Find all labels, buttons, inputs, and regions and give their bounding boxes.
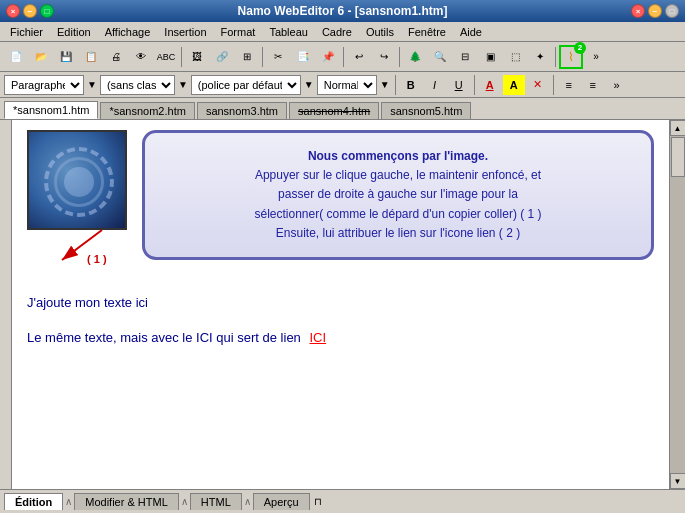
copy-button[interactable]: 📑: [291, 45, 315, 69]
info-line4: sélectionner( comme le dépard d'un copie…: [163, 205, 633, 224]
bottom-tab-edition[interactable]: Édition: [4, 493, 63, 510]
bg-color-button[interactable]: A: [503, 75, 525, 95]
frame-button[interactable]: ▣: [478, 45, 502, 69]
menu-fenetre[interactable]: Fenêtre: [402, 25, 452, 39]
bottom-tab-apercu[interactable]: Aperçu: [253, 493, 310, 510]
tab-sansnom3[interactable]: sansnom3.htm: [197, 102, 287, 119]
annotation-1-label: ( 1 ): [87, 253, 107, 265]
editor-content: J'ajoute mon texte ici Le même texte, ma…: [27, 295, 654, 345]
editor-image: [27, 130, 127, 230]
scroll-down-button[interactable]: ▼: [670, 473, 686, 489]
info-line1: Nous commençons par l'image.: [163, 147, 633, 166]
bottom-tabs: Édition ∧ Modifier & HTML ∧ HTML ∧ Aperç…: [0, 489, 685, 513]
cut-button[interactable]: ✂: [266, 45, 290, 69]
grid-button[interactable]: ⊟: [453, 45, 477, 69]
document-tabs: *sansnom1.htm *sansnom2.htm sansnom3.htm…: [0, 98, 685, 120]
menu-edition[interactable]: Edition: [51, 25, 97, 39]
insert-link-button[interactable]: 🔗: [210, 45, 234, 69]
tab-separator-1: ∧: [63, 496, 74, 507]
tab-sansnom4[interactable]: sansnom4.htm: [289, 102, 379, 119]
underline-button[interactable]: U: [448, 75, 470, 95]
italic-button[interactable]: I: [424, 75, 446, 95]
editor-area[interactable]: ( 1 ) ( 2 ) Nous commençons par l'image.…: [12, 120, 669, 489]
info-line2: Appuyer sur le clique gauche, le mainten…: [163, 166, 633, 185]
insert-table-button[interactable]: ⊞: [235, 45, 259, 69]
paste-button[interactable]: 📌: [316, 45, 340, 69]
app-close-button[interactable]: ×: [631, 4, 645, 18]
format-toolbar: Paragraphe ▼ (sans classe) ▼ (police par…: [0, 72, 685, 98]
style-select[interactable]: Normal: [317, 75, 377, 95]
style-button[interactable]: ✦: [528, 45, 552, 69]
menu-affichage[interactable]: Affichage: [99, 25, 157, 39]
text-link[interactable]: ICI: [309, 330, 326, 345]
more-format-button[interactable]: »: [606, 75, 628, 95]
class-select[interactable]: (sans classe): [100, 75, 175, 95]
window-title: Namo WebEditor 6 - [sansnom1.htm]: [56, 4, 629, 18]
new-button[interactable]: 📄: [4, 45, 28, 69]
font-select[interactable]: (police par défaut): [191, 75, 301, 95]
bold-button[interactable]: B: [400, 75, 422, 95]
tab-end-marker: ⊓: [314, 496, 322, 507]
text-line-2-prefix: Le même texte, mais avec le ICI qui sert…: [27, 330, 301, 345]
text-line-2: Le même texte, mais avec le ICI qui sert…: [27, 330, 654, 345]
main-area: ( 1 ) ( 2 ) Nous commençons par l'image.…: [0, 120, 685, 489]
scrollbar-thumb[interactable]: [671, 137, 685, 177]
undo-button[interactable]: ↩: [347, 45, 371, 69]
info-box: Nous commençons par l'image. Appuyer sur…: [142, 130, 654, 260]
tab-sansnom1[interactable]: *sansnom1.htm: [4, 101, 98, 119]
vertical-ruler: [0, 120, 12, 489]
align-right-button[interactable]: ≡: [582, 75, 604, 95]
scrollbar-track[interactable]: [670, 136, 685, 473]
save-all-button[interactable]: 📋: [79, 45, 103, 69]
paragraph-select[interactable]: Paragraphe: [4, 75, 84, 95]
menu-outils[interactable]: Outils: [360, 25, 400, 39]
link-icon-button[interactable]: ⌇ 2: [559, 45, 583, 69]
menu-aide[interactable]: Aide: [454, 25, 488, 39]
text-line-1: J'ajoute mon texte ici: [27, 295, 654, 310]
tab-separator-2: ∧: [179, 496, 190, 507]
menu-format[interactable]: Format: [215, 25, 262, 39]
minimize-button[interactable]: −: [23, 4, 37, 18]
info-line5: Ensuite, lui attribuer le lien sur l'ico…: [163, 224, 633, 243]
redo-button[interactable]: ↪: [372, 45, 396, 69]
app-max-button[interactable]: □: [665, 4, 679, 18]
title-bar: × − □ Namo WebEditor 6 - [sansnom1.htm] …: [0, 0, 685, 22]
tab-sansnom2[interactable]: *sansnom2.htm: [100, 102, 194, 119]
menu-fichier[interactable]: Fichier: [4, 25, 49, 39]
spellcheck-button[interactable]: ABC: [154, 45, 178, 69]
more-button[interactable]: »: [584, 45, 608, 69]
app-min-button[interactable]: −: [648, 4, 662, 18]
tab-separator-3: ∧: [242, 496, 253, 507]
save-button[interactable]: 💾: [54, 45, 78, 69]
insert-image-button[interactable]: 🖼: [185, 45, 209, 69]
tab-sansnom5[interactable]: sansnom5.htm: [381, 102, 471, 119]
bottom-tab-html[interactable]: HTML: [190, 493, 242, 510]
menu-bar: Fichier Edition Affichage Insertion Form…: [0, 22, 685, 42]
bottom-tab-modifier-html[interactable]: Modifier & HTML: [74, 493, 179, 510]
info-line3: passer de droite à gauche sur l'image po…: [163, 185, 633, 204]
vertical-scrollbar: ▲ ▼: [669, 120, 685, 489]
find-button[interactable]: 🔍: [428, 45, 452, 69]
scroll-up-button[interactable]: ▲: [670, 120, 686, 136]
maximize-button[interactable]: □: [40, 4, 54, 18]
main-toolbar: 📄 📂 💾 📋 🖨 👁 ABC 🖼 🔗 ⊞ ✂ 📑 📌 ↩ ↪ 🌲 🔍 ⊟ ▣ …: [0, 42, 685, 72]
tree-button[interactable]: 🌲: [403, 45, 427, 69]
layer-button[interactable]: ⬚: [503, 45, 527, 69]
menu-tableau[interactable]: Tableau: [263, 25, 314, 39]
highlight-button[interactable]: ✕: [527, 75, 549, 95]
align-left-button[interactable]: ≡: [558, 75, 580, 95]
close-button[interactable]: ×: [6, 4, 20, 18]
open-button[interactable]: 📂: [29, 45, 53, 69]
menu-insertion[interactable]: Insertion: [158, 25, 212, 39]
menu-cadre[interactable]: Cadre: [316, 25, 358, 39]
preview-button[interactable]: 👁: [129, 45, 153, 69]
font-color-button[interactable]: A: [479, 75, 501, 95]
print-button[interactable]: 🖨: [104, 45, 128, 69]
